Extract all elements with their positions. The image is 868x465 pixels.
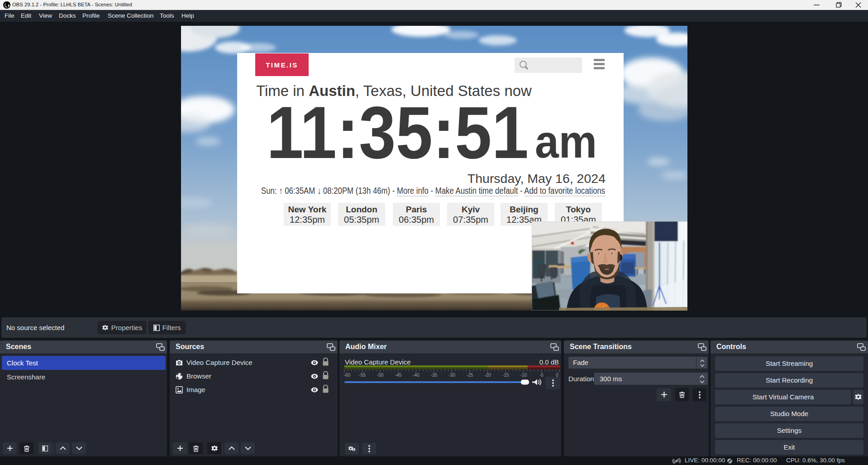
svg-text:-45: -45: [395, 373, 402, 378]
svg-text:-30: -30: [448, 373, 455, 378]
svg-text:-20: -20: [484, 373, 491, 378]
svg-text:-55: -55: [359, 373, 366, 378]
svg-text:-50: -50: [377, 373, 384, 378]
svg-text:-60: -60: [344, 373, 351, 378]
svg-text:-5: -5: [539, 373, 544, 378]
svg-text:-10: -10: [520, 373, 527, 378]
svg-text:-15: -15: [502, 373, 509, 378]
svg-text:-35: -35: [431, 373, 438, 378]
svg-text:-25: -25: [467, 373, 473, 378]
svg-text:-40: -40: [413, 373, 420, 378]
